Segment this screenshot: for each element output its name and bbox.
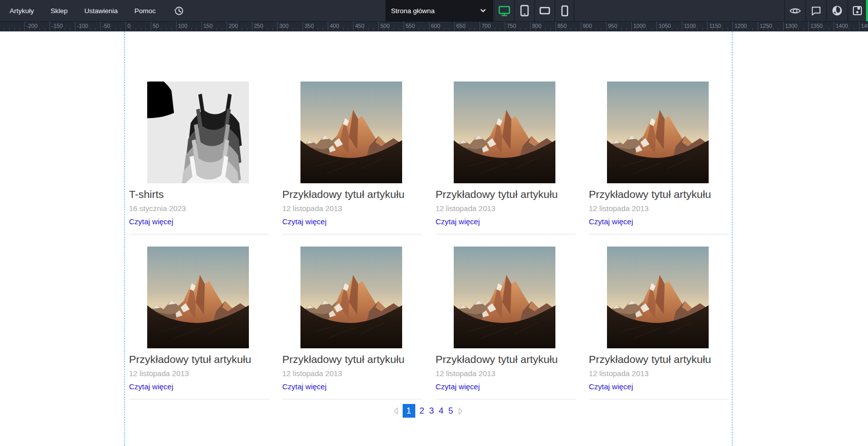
article-read-more-link[interactable]: Czytaj więcej <box>436 382 480 391</box>
right-toolbar <box>784 0 866 21</box>
article-date: 12 listopada 2013 <box>436 369 575 378</box>
floppy-disk-icon <box>852 6 862 16</box>
page-canvas[interactable]: T-shirts 16 stycznia 2023 Czytaj więcej … <box>0 31 868 446</box>
device-preview-switcher <box>494 0 575 21</box>
publish-button[interactable] <box>826 0 847 21</box>
save-button[interactable] <box>847 0 866 21</box>
main-menu: Artykuły Sklep Ustawienia Pomoc <box>10 0 184 21</box>
article-image-ref <box>454 82 555 183</box>
history-button[interactable] <box>172 5 184 17</box>
article-card[interactable]: T-shirts 16 stycznia 2023 Czytaj więcej <box>124 82 271 234</box>
article-date: 12 listopada 2013 <box>436 204 575 213</box>
article-image[interactable] <box>454 247 555 348</box>
article-read-more-link[interactable]: Czytaj więcej <box>282 382 327 391</box>
pagination-prev-button[interactable] <box>393 407 399 415</box>
article-date: 12 listopada 2013 <box>129 369 268 378</box>
pagination-next-button[interactable] <box>458 407 464 415</box>
article-image-ref <box>147 82 249 183</box>
article-title[interactable]: Przykładowy tytuł artykułu <box>282 188 421 200</box>
menu-item-sklep[interactable]: Sklep <box>51 7 68 15</box>
article-image[interactable] <box>607 82 709 183</box>
article-title[interactable]: Przykładowy tytuł artykułu <box>589 188 728 200</box>
article-image[interactable] <box>147 247 249 348</box>
article-title[interactable]: Przykładowy tytuł artykułu <box>436 353 575 366</box>
eye-icon <box>789 7 801 15</box>
article-read-more-link[interactable]: Czytaj więcej <box>589 382 633 391</box>
globe-icon <box>832 5 843 16</box>
article-image[interactable] <box>607 247 709 348</box>
article-card[interactable]: Przykładowy tytuł artykułu 12 listopada … <box>278 247 424 399</box>
article-date: 16 stycznia 2023 <box>129 204 268 213</box>
ruler-label: -150 <box>52 23 63 29</box>
article-image[interactable] <box>300 247 402 348</box>
pagination-page-4[interactable]: 4 <box>439 406 444 416</box>
article-card[interactable]: Przykładowy tytuł artykułu 12 listopada … <box>431 82 578 234</box>
article-date: 12 listopada 2013 <box>282 204 421 213</box>
ruler: -200-150-100-500501001502002503003504004… <box>0 21 868 31</box>
menu-item-artykuly[interactable]: Artykuły <box>10 7 34 15</box>
ruler-label: 1350 <box>810 23 822 29</box>
ruler-label: 1100 <box>684 23 696 29</box>
article-title[interactable]: Przykładowy tytuł artykułu <box>282 353 421 366</box>
article-image[interactable] <box>454 82 555 183</box>
ruler-label: 1200 <box>734 23 747 29</box>
article-title[interactable]: Przykładowy tytuł artykułu <box>589 353 728 366</box>
ruler-label: 1400 <box>836 23 848 29</box>
device-tablet-portrait-button[interactable] <box>514 0 534 21</box>
article-card[interactable]: Przykładowy tytuł artykułu 12 listopada … <box>124 247 271 399</box>
article-image[interactable] <box>147 82 249 183</box>
ruler-label: 1450 <box>861 23 868 29</box>
article-date: 12 listopada 2013 <box>589 369 728 378</box>
article-read-more-link[interactable]: Czytaj więcej <box>436 217 480 226</box>
article-card[interactable]: Przykładowy tytuł artykułu 12 listopada … <box>584 82 731 234</box>
monitor-icon <box>498 5 510 17</box>
article-image[interactable] <box>300 82 402 183</box>
pagination-page-1[interactable]: 1 <box>403 404 415 418</box>
article-card[interactable]: Przykładowy tytuł artykułu 12 listopada … <box>278 82 424 234</box>
pagination-page-3[interactable]: 3 <box>429 406 435 416</box>
article-card[interactable]: Przykładowy tytuł artykułu 12 listopada … <box>431 247 578 399</box>
article-image-ref <box>300 82 402 183</box>
tablet-landscape-icon <box>539 7 551 15</box>
pagination: 1 2 3 4 5 <box>124 404 731 418</box>
article-read-more-link[interactable]: Czytaj więcej <box>282 217 327 226</box>
pagination-page-5[interactable]: 5 <box>448 406 454 416</box>
ruler-label: -50 <box>102 23 110 29</box>
device-phone-button[interactable] <box>554 0 575 21</box>
ruler-label: -200 <box>26 23 37 29</box>
smartphone-icon <box>561 5 569 17</box>
article-title[interactable]: Przykładowy tytuł artykułu <box>129 353 268 366</box>
chevron-right-icon <box>458 407 464 415</box>
article-read-more-link[interactable]: Czytaj więcej <box>589 217 633 226</box>
ruler-label: 1250 <box>760 23 772 29</box>
comments-button[interactable] <box>805 0 826 21</box>
menu-item-pomoc[interactable]: Pomoc <box>135 7 156 15</box>
ruler-label: 1150 <box>709 23 721 29</box>
tablet-icon <box>520 5 529 17</box>
article-read-more-link[interactable]: Czytaj więcej <box>129 217 173 226</box>
device-tablet-landscape-button[interactable] <box>534 0 554 21</box>
page-guide-right <box>732 31 732 446</box>
page-selector-value: Strona główna <box>391 7 435 15</box>
article-image-ref <box>147 247 249 348</box>
page-selector-dropdown[interactable]: Strona główna <box>385 0 493 21</box>
chevron-down-icon <box>480 9 486 13</box>
preview-button[interactable] <box>784 0 805 21</box>
article-title[interactable]: T-shirts <box>129 188 268 200</box>
article-read-more-link[interactable]: Czytaj więcej <box>129 382 173 391</box>
article-date: 12 listopada 2013 <box>282 369 421 378</box>
ruler-label: -100 <box>77 23 88 29</box>
menu-item-ustawienia[interactable]: Ustawienia <box>84 7 118 15</box>
device-desktop-button[interactable] <box>494 0 514 21</box>
speech-bubble-icon <box>811 6 821 16</box>
articles-widget: T-shirts 16 stycznia 2023 Czytaj więcej … <box>124 31 731 399</box>
top-toolbar: Artykuły Sklep Ustawienia Pomoc Strona g… <box>0 0 868 21</box>
chevron-left-icon <box>393 407 399 415</box>
article-image-ref <box>607 247 709 348</box>
pagination-page-2[interactable]: 2 <box>419 406 425 416</box>
article-title[interactable]: Przykładowy tytuł artykułu <box>436 188 575 200</box>
article-date: 12 listopada 2013 <box>589 204 728 213</box>
publish-panel-edge <box>866 0 868 21</box>
article-image-ref <box>454 247 555 348</box>
article-card[interactable]: Przykładowy tytuł artykułu 12 listopada … <box>584 247 731 399</box>
